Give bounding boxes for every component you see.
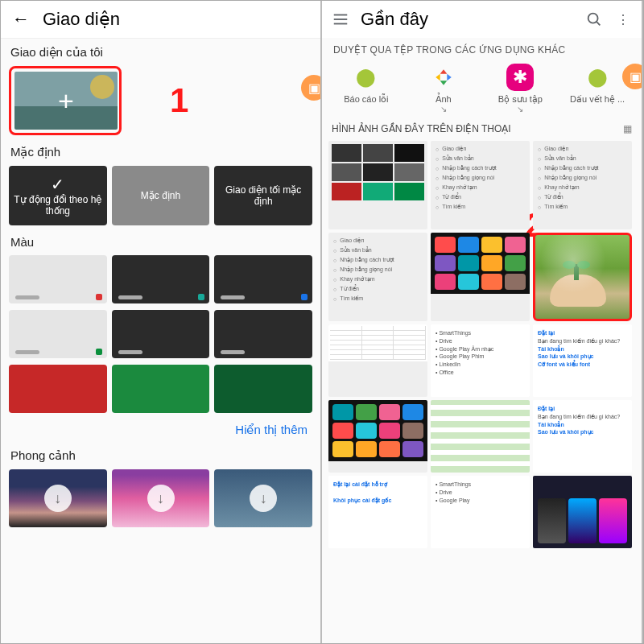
recent-image[interactable] <box>431 233 530 321</box>
show-more-link[interactable]: Hiển thị thêm <box>1 416 320 442</box>
my-theme-add[interactable]: + <box>9 66 122 135</box>
app-bug-report[interactable]: ⬤Báo cáo lỗi <box>330 64 402 114</box>
back-button[interactable]: ← <box>12 9 30 30</box>
download-icon: ↓ <box>250 485 277 512</box>
recent-image[interactable]: • SmartThings• Drive• Google Play <box>431 476 530 548</box>
theme-auto-system[interactable]: ✓Tự động đổi theo hệ thống <box>9 166 107 225</box>
theme-color-light-red[interactable] <box>9 255 107 303</box>
check-icon: ✓ <box>12 175 104 194</box>
theme-landscape-3[interactable]: ↓ <box>214 469 312 527</box>
recent-image[interactable]: Giao diệnSửa văn bảnNhập bằng cách trượt… <box>533 141 632 229</box>
app-photos[interactable]: Ảnh↘ <box>407 64 480 114</box>
section-default: Mặc định <box>1 138 320 163</box>
recent-image[interactable] <box>533 476 632 548</box>
recent-image[interactable]: Đặt lại cài đặt hỗ trợKhôi phục cài đặt … <box>328 476 427 548</box>
theme-color-green[interactable] <box>112 365 210 413</box>
recent-image-selected[interactable] <box>533 233 632 321</box>
theme-color-darkgreen[interactable] <box>214 365 312 413</box>
page-title-recents: Gần đây <box>361 9 574 30</box>
theme-color-black[interactable] <box>214 310 312 358</box>
menu-icon[interactable] <box>332 10 349 28</box>
theme-color-dark-blue[interactable] <box>214 255 312 303</box>
recent-image[interactable]: Giao diệnSửa văn bảnNhập bằng cách trượt… <box>431 141 530 229</box>
browse-apps-label: DUYỆT QUA TỆP TRONG CÁC ỨNG DỤNG KHÁC <box>322 38 642 59</box>
app-gallery[interactable]: ✱Bộ sưu tập↘ <box>485 64 557 114</box>
recent-image[interactable]: Giao diệnSửa văn bảnNhập bằng cách trượt… <box>328 233 427 321</box>
recent-image[interactable] <box>328 141 427 229</box>
theme-dark-default[interactable]: Giao diện tối mặc định <box>214 166 312 225</box>
callout-step-1: 1 <box>170 81 188 120</box>
recent-images-label: HÌNH ẢNH GẦN ĐÂY TRÊN ĐIỆN THOẠI <box>332 123 511 134</box>
recent-image[interactable] <box>328 400 427 473</box>
plus-icon: + <box>58 85 74 117</box>
section-landscape: Phong cảnh <box>1 442 320 466</box>
my-theme-label: Giao diện của tôi <box>1 39 320 63</box>
section-color: Màu <box>1 229 320 252</box>
more-icon[interactable]: ⋮ <box>614 12 632 27</box>
theme-color-charcoal[interactable] <box>112 310 210 358</box>
theme-default[interactable]: Mặc định <box>112 166 210 225</box>
recent-image[interactable]: Đặt lạiBạn đang tìm kiếm điều gì khác?Tà… <box>533 324 632 397</box>
search-icon[interactable] <box>585 10 603 28</box>
recent-image[interactable]: • SmartThings• Drive• Google Play Âm nhạ… <box>431 324 530 397</box>
theme-landscape-2[interactable]: ↓ <box>112 469 210 527</box>
camera-badge-icon: ▣ <box>301 75 322 101</box>
recent-image[interactable]: Đặt lạiBạn đang tìm kiếm điều gì khác?Tà… <box>533 400 632 473</box>
theme-color-dark-teal[interactable] <box>112 255 210 303</box>
svg-point-3 <box>588 14 598 23</box>
download-icon: ↓ <box>44 485 72 512</box>
theme-landscape-1[interactable]: ↓ <box>9 469 107 527</box>
theme-color-light-green[interactable] <box>9 310 107 358</box>
page-title: Giao diện <box>43 9 120 30</box>
recent-image[interactable] <box>328 324 427 397</box>
camera-badge-icon: ▣ <box>622 64 643 89</box>
theme-color-red[interactable] <box>9 365 107 413</box>
recent-image[interactable] <box>431 400 530 473</box>
download-icon: ↓ <box>147 485 175 512</box>
svg-line-4 <box>597 22 600 25</box>
grid-view-icon[interactable]: ▦ <box>623 123 632 134</box>
